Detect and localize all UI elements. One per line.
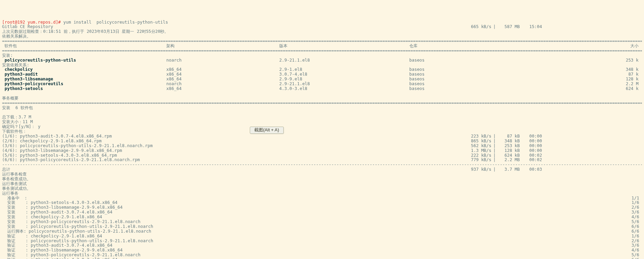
download-row: (5/6): python3-setools-4.3.0-3.el8.x86_6…: [2, 153, 642, 158]
download-row: (4/6): python3-libsemanage-2.9-9.el8.x86…: [2, 148, 642, 153]
transaction-row: 验证 : python3-audit-3.0.7-4.el8.x86_643/6: [2, 243, 642, 248]
download-row: (6/6): python3-policycoreutils-2.9-21.1.…: [2, 157, 642, 162]
separator-line: ========================================…: [2, 101, 642, 105]
download-total-row: 总计937 kB/s|3.7 MB00:03: [2, 167, 642, 172]
separator-line: ========================================…: [2, 48, 642, 53]
transaction-row: 验证 : python3-libsemanage-2.9-9.el8.x86_6…: [2, 248, 642, 252]
separator-dash: ----------------------------------------…: [2, 162, 642, 167]
package-row: checkpolicyx86_642.9-1.el8baseos348 k: [2, 67, 642, 72]
package-row: python3-setoolsx86_644.3.0-3.el8baseos62…: [2, 86, 642, 91]
transaction-row: 安装 : python3-libsemanage-2.9-9.el8.x86_6…: [2, 205, 642, 210]
separator-line: ========================================…: [2, 39, 642, 43]
shell-prompt: [root@192 yum.repos.d]#: [2, 20, 63, 25]
package-row: python3-policycoreutilsnoarch2.9-21.1.el…: [2, 81, 642, 86]
shell-command[interactable]: yum install policycoreutils-python-utils: [63, 20, 168, 25]
transaction-row: 验证 : checkpolicy-2.9-1.el8.x86_641/6: [2, 234, 642, 238]
transaction-row: 安装 : python3-policycoreutils-2.9-21.1.el…: [2, 219, 642, 224]
transaction-row: 准备中 :1/1: [2, 196, 642, 200]
package-row: python3-auditx86_643.0.7-4.el8baseos87 k: [2, 72, 642, 77]
terminal-output: [root@192 yum.repos.d]# yum install poli…: [2, 20, 642, 259]
download-row: (3/6): policycoreutils-python-utils-2.9-…: [2, 143, 642, 148]
transaction-row: 安装 : checkpolicy-2.9-1.el8.x86_644/6: [2, 215, 642, 219]
screenshot-tooltip: 截图(Alt + A): [250, 127, 284, 134]
transaction-row: 安装 : python3-audit-3.0.7-4.el8.x86_643/6: [2, 210, 642, 215]
package-table-header: 软件包架构版本仓库大小: [2, 43, 642, 48]
transaction-row: 验证 : policycoreutils-python-utils-2.9-21…: [2, 238, 642, 243]
transaction-row: 安装 : python3-setools-4.3.0-3.el8.x86_641…: [2, 200, 642, 205]
transaction-row: 运行脚本: policycoreutils-python-utils-2.9-2…: [2, 229, 642, 234]
transaction-row: 验证 : python3-setools-4.3.0-3.el8.x86_646…: [2, 257, 642, 259]
download-row: (2/6): checkpolicy-2.9-1.el8.x86_64.rpm8…: [2, 139, 642, 143]
transaction-row: 验证 : python3-policycoreutils-2.9-21.1.el…: [2, 252, 642, 257]
package-row: python3-libsemanagex86_642.9-9.el8baseos…: [2, 77, 642, 81]
transaction-row: 安装 : policycoreutils-python-utils-2.9-21…: [2, 224, 642, 229]
download-row: (1/6): python3-audit-3.0.7-4.el8.x86_64.…: [2, 134, 642, 139]
repo-progress-line: Gitlab CE Repository665 kB/s|587 MB15:04: [2, 24, 642, 29]
package-row: policycoreutils-python-utilsnoarch2.9-21…: [2, 58, 642, 63]
